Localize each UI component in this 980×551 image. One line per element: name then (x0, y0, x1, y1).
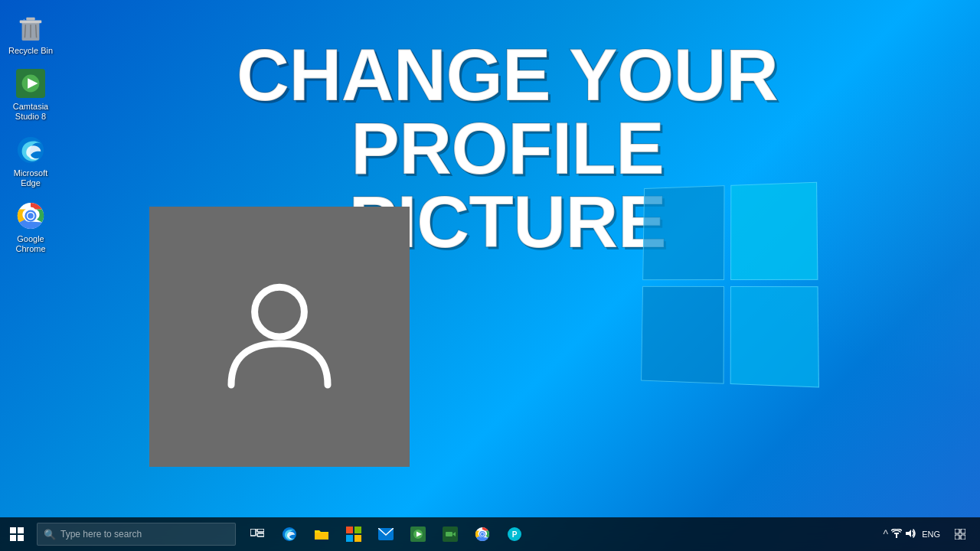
svg-marker-43 (906, 530, 911, 537)
svg-rect-20 (257, 529, 264, 532)
svg-rect-42 (894, 533, 899, 534)
desktop: Recycle Bin Camtasia Studio 8 (0, 0, 980, 551)
svg-rect-41 (896, 534, 897, 538)
svg-rect-25 (354, 527, 361, 533)
windows-logo (639, 184, 815, 383)
camtasia-label: Camtasia Studio 8 (6, 102, 55, 122)
taskbar-store[interactable] (338, 517, 369, 551)
network-icon[interactable] (891, 528, 902, 540)
user-avatar-icon (211, 268, 348, 406)
camtasia-studio-icon[interactable]: Camtasia Studio 8 (3, 64, 58, 126)
taskbar-search[interactable]: 🔍 Type here to search (37, 523, 236, 546)
svg-rect-23 (315, 533, 328, 540)
search-icon: 🔍 (44, 529, 56, 540)
language-indicator[interactable]: ENG (922, 530, 940, 539)
taskbar-app-extra[interactable]: P (499, 517, 530, 551)
taskbar-camtasia2[interactable] (435, 517, 466, 551)
taskbar-edge[interactable] (274, 517, 305, 551)
profile-picture-box (149, 207, 410, 467)
svg-rect-18 (18, 535, 24, 541)
edge-label: Microsoft Edge (6, 168, 55, 188)
svg-rect-1 (20, 21, 42, 24)
svg-rect-47 (961, 535, 965, 540)
start-button[interactable] (0, 517, 34, 551)
windows-pane-tr (730, 182, 818, 280)
google-chrome-icon[interactable]: Google Chrome (3, 196, 58, 259)
svg-rect-44 (955, 529, 959, 533)
volume-icon[interactable] (905, 528, 916, 540)
svg-rect-19 (250, 529, 256, 536)
windows-pane-bl (641, 286, 724, 384)
windows-pane-tl (642, 185, 724, 280)
svg-text:P: P (512, 530, 518, 539)
taskbar-mail[interactable] (371, 517, 401, 551)
recycle-bin-label: Recycle Bin (8, 46, 53, 56)
taskbar: 🔍 Type here to search (0, 517, 980, 551)
svg-rect-17 (10, 535, 16, 541)
svg-rect-46 (955, 535, 959, 540)
svg-line-3 (24, 24, 25, 37)
svg-point-14 (255, 287, 305, 337)
svg-point-38 (481, 533, 484, 536)
svg-rect-21 (257, 533, 264, 536)
svg-rect-24 (346, 527, 353, 533)
svg-rect-27 (354, 535, 361, 542)
desktop-icons: Recycle Bin Camtasia Studio 8 (0, 0, 61, 266)
svg-rect-16 (18, 527, 24, 533)
chrome-label: Google Chrome (6, 234, 55, 254)
tray-chevron-icon[interactable]: ^ (884, 528, 889, 540)
tray-icons: ^ (884, 528, 916, 540)
task-view-button[interactable] (242, 517, 273, 551)
taskbar-file-explorer[interactable] (306, 517, 337, 551)
svg-rect-2 (26, 18, 34, 21)
svg-rect-26 (346, 535, 353, 542)
svg-rect-15 (10, 527, 16, 533)
svg-point-13 (28, 213, 34, 219)
search-placeholder: Type here to search (60, 529, 142, 540)
recycle-bin-icon[interactable]: Recycle Bin (3, 8, 58, 60)
taskbar-chrome[interactable] (467, 517, 498, 551)
svg-rect-33 (446, 532, 452, 536)
svg-rect-45 (961, 529, 965, 533)
windows-pane-br (730, 286, 819, 388)
taskbar-apps: P (242, 517, 530, 551)
microsoft-edge-icon[interactable]: Microsoft Edge (3, 130, 58, 193)
notification-center-button[interactable] (946, 517, 974, 551)
taskbar-tray: ^ ENG (884, 517, 980, 551)
taskbar-camtasia[interactable] (403, 517, 433, 551)
svg-line-5 (36, 24, 37, 37)
